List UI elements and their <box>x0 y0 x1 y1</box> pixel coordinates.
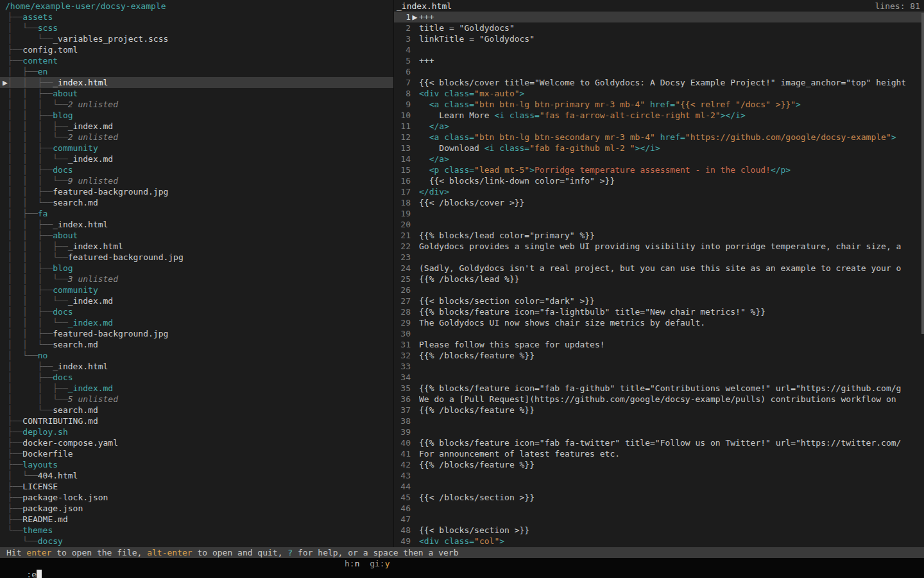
command-input[interactable]: :e <box>20 570 37 578</box>
code-line[interactable]: 1▶+++ <box>394 12 924 22</box>
code-line[interactable]: 18 {{< /blocks/cover >}} <box>394 197 924 208</box>
code-line[interactable]: 38 <box>394 416 924 426</box>
code-line[interactable]: 46 <box>394 503 924 514</box>
tree-row-dir[interactable]: │ │ ├──community <box>0 143 393 153</box>
tree-row-dir[interactable]: ├──assets <box>0 12 393 22</box>
code-line[interactable]: 8 <div class="mx-auto"> <box>394 88 924 99</box>
tree-row-file[interactable]: │ │ │ └──_index.md <box>0 317 393 328</box>
code-line[interactable]: 17 </div> <box>394 186 924 197</box>
tree-row-unlisted[interactable]: │ │ │ └──3 unlisted <box>0 274 393 285</box>
tree-row-dir[interactable]: │ └──scss <box>0 22 393 33</box>
code-line[interactable]: 26 <box>394 285 924 295</box>
tree-row-dir[interactable]: │ ├──docs <box>0 372 393 383</box>
tree-row-dir[interactable]: ├──content <box>0 55 393 66</box>
tree-row-dir[interactable]: │ │ ├──docs <box>0 164 393 175</box>
tree-row-unlisted[interactable]: │ │ └──5 unlisted <box>0 394 393 405</box>
code-line[interactable]: 41 For announcement of latest features e… <box>394 448 924 459</box>
code-line[interactable]: 49 <div class="col"> <box>394 536 924 547</box>
code-line[interactable]: 16 {{< blocks/link-down color="info" >}} <box>394 175 924 186</box>
code-line[interactable]: 19 <box>394 208 924 219</box>
code-line[interactable]: 6 <box>394 66 924 77</box>
tree-row-file[interactable]: │ │ └──search.md <box>0 197 393 208</box>
code-line[interactable]: 10 Learn More <i class="fas fa-arrow-alt… <box>394 110 924 121</box>
tree-row-dir[interactable]: │ │ ├──about <box>0 230 393 241</box>
tree-row-unlisted[interactable]: │ │ │ └──9 unlisted <box>0 175 393 186</box>
code-line[interactable]: 36 We do a [Pull Request](https://github… <box>394 394 924 405</box>
tree-row-dir[interactable]: │ │ ├──about <box>0 88 393 99</box>
tree-row-file[interactable]: ├──config.toml <box>0 44 393 55</box>
code-line[interactable]: 2 title = "Goldydocs" <box>394 22 924 33</box>
code-line[interactable]: 12 <a class="btn btn-lg btn-secondary mr… <box>394 132 924 143</box>
code-line[interactable]: 11 </a> <box>394 121 924 132</box>
tree-row-unlisted[interactable]: │ │ │ └──2 unlisted <box>0 99 393 110</box>
tree-row-file[interactable]: │ │ │ ├──_index.md <box>0 121 393 132</box>
code-line[interactable]: 28 {{% blocks/feature icon="fa-lightbulb… <box>394 306 924 317</box>
code-line[interactable]: 48 {{< blocks/section >}} <box>394 525 924 536</box>
tree-row-dir[interactable]: │ │ ├──blog <box>0 263 393 274</box>
tree-row-file[interactable]: │ │ ├──featured-background.jpg <box>0 328 393 339</box>
code-line[interactable]: 20 <box>394 219 924 230</box>
tree-row-file[interactable]: │ ├──_index.html <box>0 361 393 372</box>
tree-row-file[interactable]: │ │ ├──_index.md <box>0 383 393 394</box>
code-line[interactable]: 7 {{< blocks/cover title="Welcome to Gol… <box>394 77 924 88</box>
code-line[interactable]: 47 <box>394 514 924 525</box>
tree-row-file[interactable]: ├──deploy.sh <box>0 426 393 437</box>
tree-row-file[interactable]: │ └──_variables_project.scss <box>0 33 393 44</box>
tree-row-file[interactable]: │ │ │ └──_index.md <box>0 153 393 164</box>
tree-row-file[interactable]: ├──package-lock.json <box>0 492 393 503</box>
code-line[interactable]: 14 </a> <box>394 153 924 164</box>
tree-row-dir[interactable]: │ ├──en <box>0 66 393 77</box>
scrollbar-thumb[interactable] <box>921 13 924 334</box>
tree-row-dir[interactable]: │ │ ├──docs <box>0 306 393 317</box>
code-line[interactable]: 22 Goldydocs provides a single web UI pr… <box>394 241 924 252</box>
code-line[interactable]: 9 <a class="btn btn-lg btn-primary mr-3 … <box>394 99 924 110</box>
code-line[interactable]: 37 {{% /blocks/feature %}} <box>394 405 924 416</box>
tree-row-file[interactable]: ├──docker-compose.yaml <box>0 437 393 448</box>
tree-row-file[interactable]: │ └──404.html <box>0 470 393 481</box>
tree-row-file[interactable]: ├──Dockerfile <box>0 448 393 459</box>
tree-row-file[interactable]: ├──CONTRIBUTING.md <box>0 416 393 426</box>
preview-scrollbar[interactable] <box>921 12 924 547</box>
code-line[interactable]: 33 <box>394 361 924 372</box>
tree-row-file[interactable]: │ │ └──search.md <box>0 339 393 350</box>
code-line[interactable]: 24 (Sadly, Goldydocs isn't a real projec… <box>394 263 924 274</box>
code-line[interactable]: 15 <p class="lead mt-5">Porridge tempera… <box>394 164 924 175</box>
tree-row-unlisted[interactable]: │ │ │ └──2 unlisted <box>0 132 393 143</box>
code-line[interactable]: 27 {{< blocks/section color="dark" >}} <box>394 295 924 306</box>
tree-row-dir[interactable]: │ │ ├──community <box>0 285 393 295</box>
code-line[interactable]: 40 {{% blocks/feature icon="fab fa-twitt… <box>394 437 924 448</box>
tree-row-file[interactable]: ├──README.md <box>0 514 393 525</box>
code-line[interactable]: 44 <box>394 481 924 492</box>
tree-row-file[interactable]: │ │ ├──featured-background.jpg <box>0 186 393 197</box>
tree-row-file[interactable]: ├──package.json <box>0 503 393 514</box>
code-line[interactable]: 21 {{% blocks/lead color="primary" %}} <box>394 230 924 241</box>
tree-row-dir[interactable]: │ │ ├──blog <box>0 110 393 121</box>
code-line[interactable]: 45 {{< /blocks/section >}} <box>394 492 924 503</box>
code-line[interactable]: 25 {{% /blocks/lead %}} <box>394 274 924 285</box>
code-line[interactable]: 31 Please follow this space for updates! <box>394 339 924 350</box>
code-line[interactable]: 39 <box>394 426 924 437</box>
code-line[interactable]: 35 {{% blocks/feature icon="fab fa-githu… <box>394 383 924 394</box>
tree-row-dir[interactable]: │ └──no <box>0 350 393 361</box>
input-bar[interactable]: :e h:n gi:y <box>0 558 924 578</box>
code-line[interactable]: 42 {{% /blocks/feature %}} <box>394 459 924 470</box>
code-line[interactable]: 34 <box>394 372 924 383</box>
code-line[interactable]: 29 The Goldydocs UI now shows chair size… <box>394 317 924 328</box>
code-line[interactable]: 4 <box>394 44 924 55</box>
tree-row-file[interactable]: │ │ ├──_index.html <box>0 219 393 230</box>
tree-row-dir[interactable]: └──docsy <box>0 536 393 547</box>
tree-row-file[interactable]: ├──LICENSE <box>0 481 393 492</box>
tree-row-dir[interactable]: └──themes <box>0 525 393 536</box>
code-line[interactable]: 23 <box>394 252 924 263</box>
tree-row-file[interactable]: │ │ │ ├──_index.html <box>0 241 393 252</box>
tree-row-file[interactable]: ▶│ │ ├──_index.html <box>0 77 393 88</box>
tree-row-file[interactable]: │ │ │ └──featured-background.jpg <box>0 252 393 263</box>
tree-row-file[interactable]: │ └──search.md <box>0 405 393 416</box>
tree-row-file[interactable]: │ │ │ └──_index.md <box>0 295 393 306</box>
code-line[interactable]: 3 linkTitle = "Goldydocs" <box>394 33 924 44</box>
code-line[interactable]: 43 <box>394 470 924 481</box>
tree-row-dir[interactable]: │ ├──fa <box>0 208 393 219</box>
code-line[interactable]: 32 {{% /blocks/feature %}} <box>394 350 924 361</box>
code-line[interactable]: 5 +++ <box>394 55 924 66</box>
code-line[interactable]: 13 Download <i class="fab fa-github ml-2… <box>394 143 924 153</box>
